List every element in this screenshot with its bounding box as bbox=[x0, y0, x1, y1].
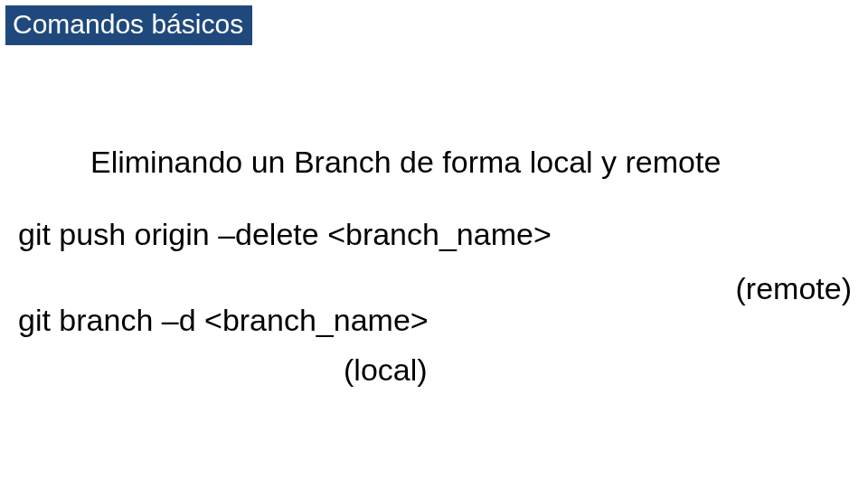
slide-subtitle: Eliminando un Branch de forma local y re… bbox=[90, 145, 832, 180]
remote-label: (remote) bbox=[736, 271, 852, 306]
section-title-badge: Comandos básicos bbox=[5, 5, 252, 45]
local-delete-command: git branch –d <branch_name> bbox=[18, 303, 429, 338]
local-label: (local) bbox=[344, 352, 428, 388]
slide: Comandos básicos Eliminando un Branch de… bbox=[0, 0, 868, 488]
remote-delete-command: git push origin –delete <branch_name> bbox=[18, 217, 552, 252]
